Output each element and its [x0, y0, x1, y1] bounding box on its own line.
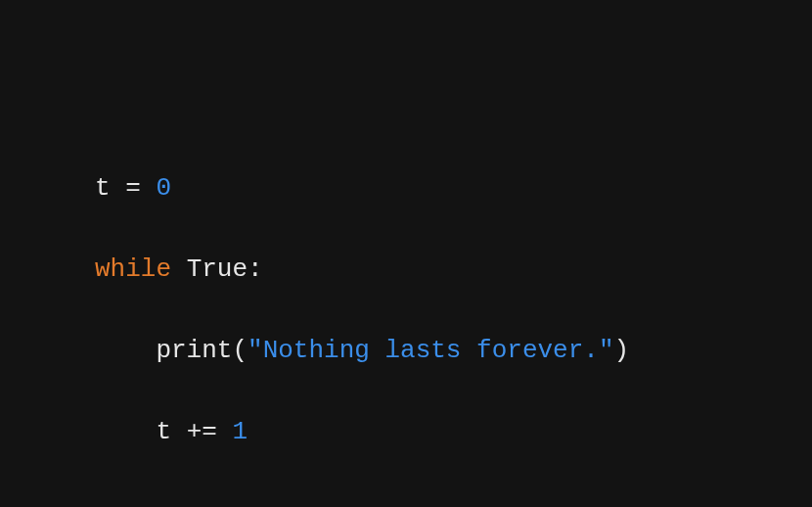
code-line-3: print("Nothing lasts forever.") — [95, 331, 629, 372]
rparen: ) — [614, 336, 630, 365]
literal-zero: 0 — [156, 173, 171, 203]
code-editor: t = 0 while True: print("Nothing lasts f… — [95, 127, 629, 493]
variable-t: t — [95, 173, 111, 203]
code-line-4: t += 1 — [95, 412, 629, 453]
lparen: ( — [232, 336, 248, 365]
literal-one: 1 — [232, 417, 248, 446]
literal-true: True — [187, 254, 248, 284]
function-print: print — [156, 336, 232, 365]
code-line-1: t = 0 — [95, 168, 629, 209]
variable-t: t — [156, 417, 171, 446]
colon: : — [248, 254, 263, 284]
keyword-while: while — [95, 254, 171, 284]
code-line-2: while True: — [95, 250, 629, 291]
operator-plus-assign: += — [187, 417, 217, 446]
string-literal: "Nothing lasts forever." — [248, 336, 613, 365]
operator-assign: = — [125, 173, 141, 203]
